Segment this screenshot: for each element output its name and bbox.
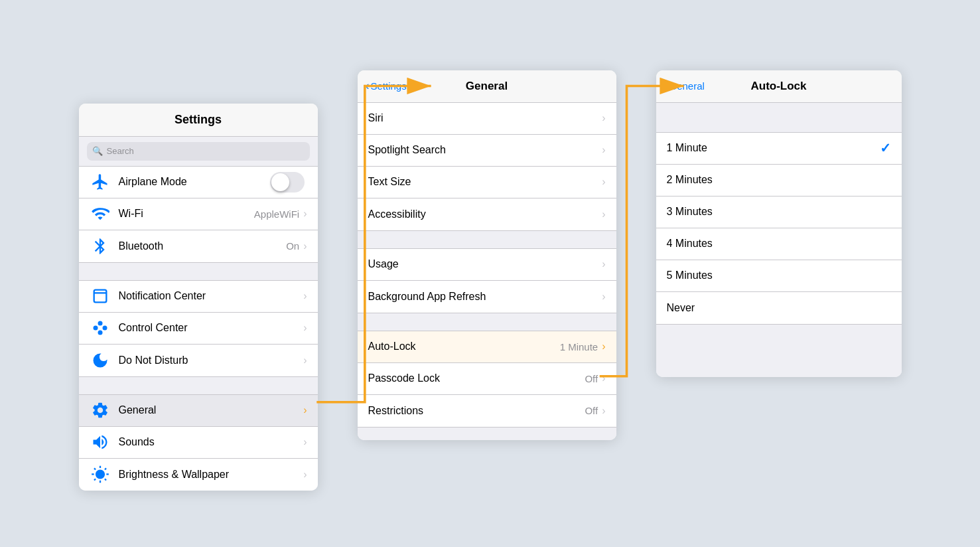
airplane-mode-row[interactable]: Airplane Mode xyxy=(79,167,318,198)
back-chevron: ‹ xyxy=(366,79,370,93)
option-5min[interactable]: 5 Minutes xyxy=(656,260,902,292)
brightness-icon xyxy=(90,464,111,485)
brightness-row[interactable]: Brightness & Wallpaper › xyxy=(79,459,318,491)
textsize-row[interactable]: Text Size › xyxy=(358,167,616,198)
option-2min[interactable]: 2 Minutes xyxy=(656,165,902,196)
passcode-label: Passcode Lock xyxy=(368,372,585,384)
general-chevron: › xyxy=(303,404,307,416)
restrictions-row[interactable]: Restrictions Off › xyxy=(358,395,616,427)
usage-label: Usage xyxy=(368,258,602,270)
bluetooth-label: Bluetooth xyxy=(119,240,287,252)
general-section: General › Sounds › Brightness & Wallpape… xyxy=(79,395,318,491)
back-chevron-2: ‹ xyxy=(664,79,668,93)
passcode-row[interactable]: Passcode Lock Off › xyxy=(358,363,616,395)
general-icon xyxy=(90,400,111,421)
sounds-label: Sounds xyxy=(119,436,304,448)
option-4min[interactable]: 4 Minutes xyxy=(656,228,902,260)
usage-row[interactable]: Usage › xyxy=(358,249,616,281)
spotlight-row[interactable]: Spotlight Search › xyxy=(358,135,616,167)
autolock-options: 1 Minute ✓ 2 Minutes 3 Minutes 4 Minutes… xyxy=(656,133,902,324)
wifi-icon xyxy=(90,203,111,224)
notification-row[interactable]: Notification Center › xyxy=(79,281,318,313)
sounds-row[interactable]: Sounds › xyxy=(79,427,318,459)
wifi-chevron: › xyxy=(303,208,307,220)
control-center-chevron: › xyxy=(303,322,307,334)
accessibility-chevron: › xyxy=(602,208,605,220)
dnd-label: Do Not Disturb xyxy=(119,354,304,366)
option-never-label: Never xyxy=(667,302,891,314)
textsize-label: Text Size xyxy=(368,176,602,188)
sounds-icon xyxy=(90,431,111,453)
do-not-disturb-row[interactable]: Do Not Disturb › xyxy=(79,345,318,376)
airplane-icon xyxy=(90,171,111,193)
svg-point-5 xyxy=(102,326,107,331)
separator-3 xyxy=(358,230,616,249)
textsize-chevron: › xyxy=(602,176,605,188)
search-placeholder: Search xyxy=(107,146,134,156)
back-to-general[interactable]: ‹ General xyxy=(664,79,705,93)
general-group2: Usage › Background App Refresh › xyxy=(358,249,616,313)
accessibility-row[interactable]: Accessibility › xyxy=(358,198,616,230)
general-panel: ‹ Settings General Siri › Spotlight Sear… xyxy=(358,70,616,440)
notification-label: Notification Center xyxy=(119,290,304,302)
svg-rect-0 xyxy=(94,290,106,303)
bluetooth-icon xyxy=(90,236,111,257)
restrictions-value: Off xyxy=(585,405,598,416)
general-title: General xyxy=(466,80,508,93)
autolock-row[interactable]: Auto-Lock 1 Minute › xyxy=(358,331,616,363)
brightness-chevron: › xyxy=(303,469,307,481)
separator-1 xyxy=(79,262,318,281)
notification-chevron: › xyxy=(303,290,307,302)
option-3min[interactable]: 3 Minutes xyxy=(656,196,902,228)
separator-2 xyxy=(79,376,318,395)
spotlight-chevron: › xyxy=(602,144,605,156)
svg-point-3 xyxy=(93,326,98,331)
general-row[interactable]: General › xyxy=(79,395,318,427)
bgrefresh-label: Background App Refresh xyxy=(368,291,602,303)
siri-row[interactable]: Siri › xyxy=(358,103,616,135)
bgrefresh-chevron: › xyxy=(602,291,605,303)
notification-icon xyxy=(90,285,111,307)
option-4min-label: 4 Minutes xyxy=(667,238,891,250)
restrictions-label: Restrictions xyxy=(368,405,585,417)
autolock-title: Auto-Lock xyxy=(750,80,806,93)
bluetooth-row[interactable]: Bluetooth On › xyxy=(79,230,318,262)
general-group1: Siri › Spotlight Search › Text Size › Ac… xyxy=(358,103,616,230)
autolock-chevron: › xyxy=(602,341,605,352)
network-section: Airplane Mode Wi-Fi AppleWiFi › Bluetoot… xyxy=(79,167,318,262)
option-never[interactable]: Never xyxy=(656,292,902,324)
option-1min[interactable]: 1 Minute ✓ xyxy=(656,133,902,165)
dnd-chevron: › xyxy=(303,354,307,366)
bgrefresh-row[interactable]: Background App Refresh › xyxy=(358,281,616,313)
svg-point-6 xyxy=(98,331,102,335)
brightness-label: Brightness & Wallpaper xyxy=(119,469,304,481)
back-label: Settings xyxy=(371,80,407,92)
svg-point-4 xyxy=(98,321,102,326)
passcode-value: Off xyxy=(585,373,598,384)
accessibility-label: Accessibility xyxy=(368,208,602,220)
control-center-label: Control Center xyxy=(119,322,304,334)
option-2min-label: 2 Minutes xyxy=(667,174,891,186)
airplane-toggle[interactable] xyxy=(270,172,305,193)
passcode-chevron: › xyxy=(602,372,605,384)
wifi-row[interactable]: Wi-Fi AppleWiFi › xyxy=(79,198,318,230)
siri-label: Siri xyxy=(368,112,602,124)
restrictions-chevron: › xyxy=(602,405,605,417)
settings-panel: Settings 🔍 Search Airplane Mode xyxy=(79,104,318,491)
wifi-value: AppleWiFi xyxy=(254,208,299,220)
option-1min-label: 1 Minute xyxy=(667,142,880,154)
bluetooth-chevron: › xyxy=(303,240,307,252)
autolock-panel: ‹ General Auto-Lock 1 Minute ✓ 2 Minutes… xyxy=(656,70,902,377)
settings-header: Settings xyxy=(79,104,318,137)
spotlight-label: Spotlight Search xyxy=(368,144,602,156)
sounds-chevron: › xyxy=(303,436,307,448)
option-3min-label: 3 Minutes xyxy=(667,206,891,218)
bluetooth-value: On xyxy=(286,240,299,252)
general-header: ‹ Settings General xyxy=(358,70,616,103)
settings-title: Settings xyxy=(175,113,222,127)
control-center-row[interactable]: Control Center › xyxy=(79,313,318,345)
back-to-settings[interactable]: ‹ Settings xyxy=(366,79,407,93)
airplane-label: Airplane Mode xyxy=(119,176,270,188)
wifi-label: Wi-Fi xyxy=(119,208,254,220)
option-5min-label: 5 Minutes xyxy=(667,270,891,281)
